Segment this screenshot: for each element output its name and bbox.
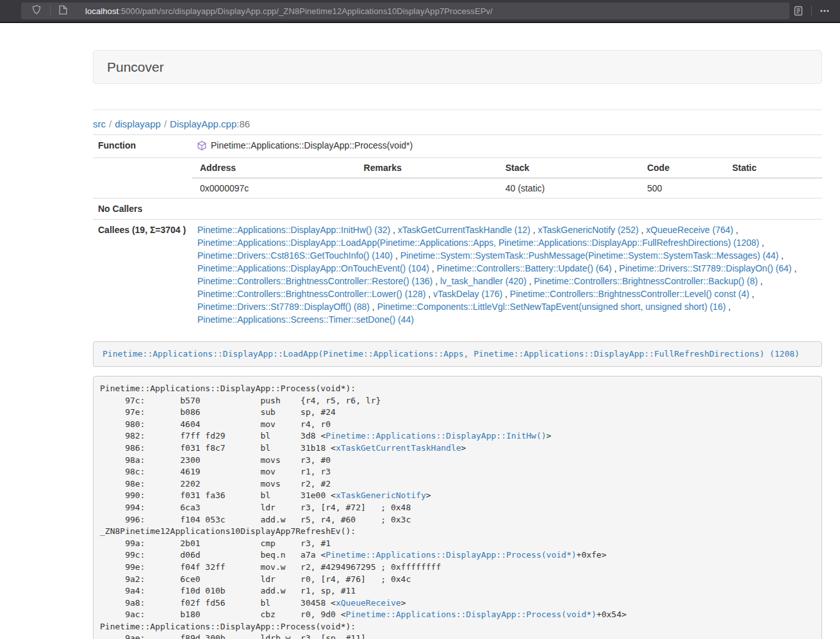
- callee-link[interactable]: Pinetime::Controllers::BrightnessControl…: [510, 289, 749, 299]
- callee-link[interactable]: Pinetime::Applications::DisplayApp::OnTo…: [197, 263, 429, 273]
- static-value: [725, 178, 822, 198]
- details-row: Address Remarks Stack Code Static 0x0000…: [93, 158, 822, 198]
- column-header-remarks: Remarks: [356, 158, 498, 178]
- highlighted-callee-link[interactable]: Pinetime::Applications::DisplayApp::Load…: [103, 349, 800, 359]
- table-row: 0x0000097c 40 (static) 500: [192, 178, 822, 198]
- cube-icon: [197, 141, 206, 154]
- toolbar-divider: [811, 6, 812, 16]
- overflow-menu-button[interactable]: [816, 3, 834, 19]
- function-name: Pinetime::Applications::DisplayApp::Proc…: [211, 139, 413, 152]
- code-value: 500: [639, 178, 725, 198]
- urlbar-divider: [50, 6, 51, 16]
- breadcrumb-separator: /: [106, 118, 115, 129]
- details-table: Address Remarks Stack Code Static 0x0000…: [192, 158, 822, 198]
- url-host: localhost: [85, 6, 119, 16]
- column-header-static: Static: [725, 158, 822, 178]
- function-info-table: Function Pinetime::Applications::Display…: [93, 134, 822, 330]
- breadcrumb: src/displayapp/DisplayApp.cpp:86: [93, 118, 822, 129]
- browser-toolbar: localhost:5000/path/src/displayapp/Displ…: [0, 0, 840, 23]
- callee-link[interactable]: Pinetime::Applications::DisplayApp::Init…: [197, 225, 390, 235]
- remarks-value: [356, 178, 498, 198]
- callees-list: Pinetime::Applications::DisplayApp::Init…: [192, 220, 822, 330]
- callee-link[interactable]: Pinetime::Controllers::BrightnessControl…: [197, 289, 425, 299]
- callees-row: Callees (19, Σ=3704 ) Pinetime::Applicat…: [93, 220, 822, 330]
- breadcrumb-link-displayapp[interactable]: displayapp: [115, 118, 161, 129]
- callee-link[interactable]: Pinetime::Drivers::St7789::DisplayOff() …: [197, 302, 370, 312]
- callee-link[interactable]: xTaskGetCurrentTaskHandle (12): [398, 225, 531, 235]
- assembly-listing: Pinetime::Applications::DisplayApp::Proc…: [93, 376, 822, 639]
- callee-link[interactable]: Pinetime::Drivers::Cst816S::GetTouchInfo…: [197, 250, 393, 261]
- breadcrumb-separator: /: [161, 118, 170, 129]
- breadcrumb-line-number: :86: [236, 118, 250, 129]
- address-value: 0x0000097c: [192, 178, 356, 198]
- callee-link[interactable]: Pinetime::Controllers::BrightnessControl…: [534, 276, 757, 286]
- symbol-link[interactable]: Pinetime::Applications::DisplayApp::Proc…: [346, 610, 597, 619]
- url-path: :5000/path/src/displayapp/DisplayApp.cpp…: [119, 6, 493, 16]
- page-content: Puncover src/displayapp/DisplayApp.cpp:8…: [93, 23, 822, 639]
- callee-link[interactable]: vTaskDelay (176): [433, 289, 502, 299]
- callee-link[interactable]: Pinetime::Applications::Screens::Timer::…: [197, 314, 414, 325]
- callee-link[interactable]: Pinetime::Controllers::Battery::Update()…: [437, 263, 612, 273]
- url-text: localhost:5000/path/src/displayapp/Displ…: [85, 6, 493, 16]
- callee-link[interactable]: xTaskGenericNotify (252): [538, 225, 638, 235]
- app-title-panel: Puncover: [93, 50, 822, 84]
- page-icon: [59, 5, 67, 17]
- callee-link[interactable]: lv_task_handler (420): [440, 276, 527, 286]
- url-bar[interactable]: localhost:5000/path/src/displayapp/Displ…: [21, 3, 789, 19]
- page-title: Puncover: [107, 60, 164, 74]
- function-row: Function Pinetime::Applications::Display…: [93, 135, 822, 158]
- callee-link[interactable]: Pinetime::System::SystemTask::PushMessag…: [400, 250, 779, 261]
- function-label: Function: [93, 135, 192, 158]
- symbol-link[interactable]: Pinetime::Applications::DisplayApp::Init…: [325, 431, 546, 441]
- tracking-protection-shield-icon[interactable]: [31, 4, 42, 17]
- symbol-link[interactable]: xTaskGenericNotify: [336, 490, 426, 500]
- header-divider: [93, 109, 822, 110]
- column-header-address: Address: [192, 158, 356, 178]
- callee-link[interactable]: xQueueReceive (764): [646, 225, 733, 235]
- callers-row: No Callers: [93, 198, 822, 220]
- symbol-link[interactable]: Pinetime::Applications::DisplayApp::Proc…: [325, 550, 576, 560]
- details-empty-label: [93, 158, 192, 198]
- callee-link[interactable]: Pinetime::Applications::DisplayApp::Load…: [197, 238, 759, 248]
- symbol-link[interactable]: xQueueReceive: [336, 598, 401, 608]
- reader-mode-button[interactable]: [789, 3, 807, 19]
- column-header-stack: Stack: [498, 158, 639, 178]
- callee-link[interactable]: Pinetime::Controllers::BrightnessControl…: [197, 276, 432, 286]
- highlighted-callee-panel: Pinetime::Applications::DisplayApp::Load…: [93, 341, 822, 367]
- breadcrumb-link-file[interactable]: DisplayApp.cpp: [170, 118, 236, 129]
- no-callers-label: No Callers: [93, 198, 192, 220]
- symbol-link[interactable]: xTaskGetCurrentTaskHandle: [336, 443, 461, 453]
- column-header-code: Code: [639, 158, 725, 178]
- callee-link[interactable]: Pinetime::Drivers::St7789::DisplayOn() (…: [619, 263, 791, 273]
- callee-link[interactable]: Pinetime::Components::LittleVgl::SetNewT…: [377, 302, 726, 312]
- callees-label: Callees (19, Σ=3704 ): [93, 220, 192, 330]
- breadcrumb-link-src[interactable]: src: [93, 118, 106, 129]
- stack-value: 40 (static): [498, 178, 639, 198]
